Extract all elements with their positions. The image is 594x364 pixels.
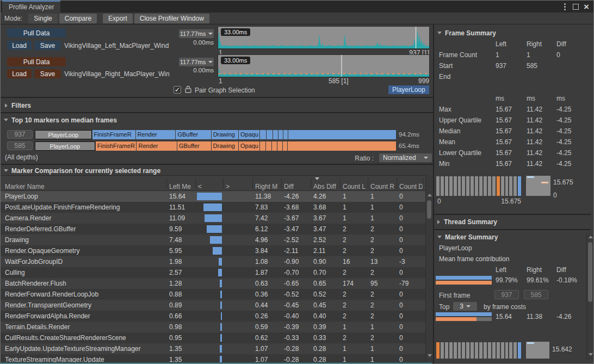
- marker-segment[interactable]: [273, 130, 278, 139]
- marker-segment[interactable]: Render: [136, 130, 176, 139]
- tab-profile-analyzer[interactable]: Profile Analyzer: [2, 1, 60, 13]
- table-row[interactable]: Terrain.Details.Render0.980.59-0.390.391…: [1, 322, 425, 332]
- table-row[interactable]: RenderForwardAlpha.Render0.660.26-0.400.…: [1, 311, 425, 322]
- col-left-median[interactable]: Left Me: [169, 183, 193, 190]
- table-row[interactable]: Render.OpaqueGeometry5.953.84-2.112.1122…: [1, 245, 425, 256]
- marker-segment[interactable]: FinishFrameR: [96, 141, 137, 151]
- cell-name: CullResults.CreateSharedRendererScene: [5, 332, 165, 343]
- pull-data-right-button[interactable]: Pull Data: [7, 57, 66, 66]
- marker-segment[interactable]: [272, 141, 277, 151]
- top10-foldout[interactable]: Top 10 markers on median frames: [4, 116, 117, 124]
- divider: [434, 229, 591, 230]
- table-row[interactable]: TextureStreamingManager.Update1.351.07-0…: [1, 354, 425, 362]
- lock-icon[interactable]: [184, 85, 192, 94]
- marker-segment[interactable]: [283, 130, 288, 139]
- col-left-bar[interactable]: <: [198, 183, 202, 190]
- col-right-median[interactable]: Right M: [255, 183, 280, 190]
- marker-segment[interactable]: [279, 130, 283, 139]
- col-right-bar[interactable]: >: [226, 183, 230, 190]
- marker-segment-head[interactable]: PlayerLoop: [35, 141, 95, 151]
- menu-dots-icon[interactable]: [560, 1, 570, 13]
- marker-segment[interactable]: [288, 141, 396, 151]
- thread-summary-foldout[interactable]: Thread Summary: [437, 218, 497, 226]
- depth-left-dropdown[interactable]: 117.77ms: [179, 29, 214, 38]
- depth-right-dropdown[interactable]: 117.77ms: [179, 58, 214, 66]
- marker-segment[interactable]: GBuffer: [177, 141, 211, 151]
- top10-bar[interactable]: PlayerLoopFinishFrameRRenderGBufferDrawi…: [35, 141, 396, 151]
- table-row[interactable]: WaitForJobGroupID1.981.08-0.900.901613-3: [1, 256, 425, 267]
- frame-graph-right[interactable]: 33.00ms: [218, 54, 430, 77]
- table-row[interactable]: PlayerLoop15.6411.38-4.264.26110: [1, 191, 425, 202]
- close-icon[interactable]: ×: [581, 1, 591, 13]
- ratio-dropdown[interactable]: Normalized: [379, 153, 432, 162]
- col-diff[interactable]: Diff: [284, 183, 294, 190]
- first-frame-right-button[interactable]: 585: [524, 290, 548, 299]
- save-left-button[interactable]: Save: [34, 41, 61, 50]
- col-abs-diff[interactable]: Abs Diff: [313, 183, 336, 190]
- histogram-bar: [466, 176, 469, 196]
- marker-segment-head[interactable]: PlayerLoop: [35, 130, 92, 139]
- cell-abs: 3.67: [313, 213, 338, 224]
- selected-marker-chip[interactable]: PlayerLoop: [388, 85, 429, 94]
- mode-single-button[interactable]: Single: [28, 14, 57, 23]
- histogram-bar: [441, 176, 444, 196]
- marker-segment[interactable]: Opaqu: [239, 141, 259, 151]
- panel-scrollbar[interactable]: [586, 233, 594, 360]
- marker-segment[interactable]: [267, 130, 272, 139]
- load-right-button[interactable]: Load: [7, 69, 32, 78]
- fs-cell: 937: [496, 62, 506, 70]
- frame-index-button[interactable]: 937: [7, 130, 33, 139]
- marker-segment[interactable]: [277, 141, 282, 151]
- table-row[interactable]: BatchRenderer.Flush1.280.63-0.650.651749…: [1, 278, 425, 289]
- cell-cd: 0: [399, 354, 423, 362]
- cell-cl: 2: [343, 245, 367, 256]
- histogram-bar: [475, 342, 478, 359]
- cell-name: EarlyUpdate.UpdateTextureStreamingManage…: [5, 343, 165, 354]
- maximize-icon[interactable]: [571, 1, 580, 13]
- export-button[interactable]: Export: [103, 14, 133, 23]
- marker-segment[interactable]: GBuffer: [176, 130, 211, 139]
- frame-summary-foldout[interactable]: Frame Summary: [437, 29, 496, 37]
- top10-bar[interactable]: PlayerLoopFinishFrameRRenderGBufferDrawi…: [35, 130, 396, 139]
- pair-graph-checkbox[interactable]: ✓: [174, 86, 181, 94]
- table-row[interactable]: CullResults.CreateSharedRendererScene0.9…: [1, 332, 425, 343]
- marker-segment[interactable]: [260, 141, 265, 151]
- table-scrollbar[interactable]: [425, 176, 433, 362]
- marker-segment[interactable]: Render: [137, 141, 176, 151]
- cell-left: 15.64: [169, 191, 194, 202]
- top-n-dropdown[interactable]: 3: [453, 302, 477, 311]
- table-row[interactable]: PostLateUpdate.FinishFrameRendering11.51…: [1, 202, 425, 213]
- table-row[interactable]: Camera.Render11.097.42-3.673.67110: [1, 213, 425, 224]
- marker-segment[interactable]: Opaqu: [239, 130, 259, 139]
- table-row[interactable]: RenderForward.RenderLoopJob0.880.36-0.52…: [1, 289, 425, 300]
- mode-compare-button[interactable]: Compare: [59, 14, 97, 23]
- table-row[interactable]: Culling2.571.87-0.700.70220: [1, 267, 425, 278]
- frame-index-button[interactable]: 585: [7, 141, 33, 150]
- first-frame-left-button[interactable]: 937: [494, 290, 519, 299]
- frame-graph-left[interactable]: 33.00ms: [218, 26, 430, 49]
- col-count-left[interactable]: Count L: [343, 183, 367, 190]
- comparison-foldout[interactable]: Marker Comparison for currently selected…: [4, 167, 160, 175]
- close-profiler-button[interactable]: Close Profiler Window: [134, 14, 209, 23]
- col-marker-name[interactable]: Marker Name: [5, 183, 45, 190]
- pull-data-left-button[interactable]: Pull Data: [7, 28, 66, 38]
- marker-segment[interactable]: Drawing: [212, 141, 238, 151]
- marker-segment[interactable]: [288, 130, 396, 139]
- col-count-right[interactable]: Count R: [370, 183, 394, 190]
- table-row[interactable]: RenderDeferred.GBuffer9.596.12-3.473.472…: [1, 224, 425, 235]
- col-count-diff[interactable]: Count D: [399, 183, 423, 190]
- marker-segment[interactable]: Drawing: [212, 130, 238, 139]
- save-right-button[interactable]: Save: [34, 69, 61, 78]
- marker-segment[interactable]: [283, 141, 288, 151]
- table-row[interactable]: EarlyUpdate.UpdateTextureStreamingManage…: [1, 343, 425, 354]
- marker-segment[interactable]: FinishFrameR: [92, 130, 135, 139]
- load-left-button[interactable]: Load: [7, 41, 32, 50]
- marker-summary-foldout[interactable]: Marker Summary: [437, 233, 498, 241]
- cell-right: 0.36: [255, 289, 280, 300]
- filters-foldout[interactable]: Filters: [5, 102, 31, 109]
- marker-segment[interactable]: [266, 141, 271, 151]
- table-row[interactable]: Drawing7.484.96-2.522.52220: [1, 235, 425, 245]
- table-row[interactable]: Render.TransparentGeometry0.890.44-0.450…: [1, 300, 425, 311]
- marker-segment[interactable]: [260, 130, 266, 139]
- pair-graph-label: Pair Graph Selection: [195, 87, 255, 94]
